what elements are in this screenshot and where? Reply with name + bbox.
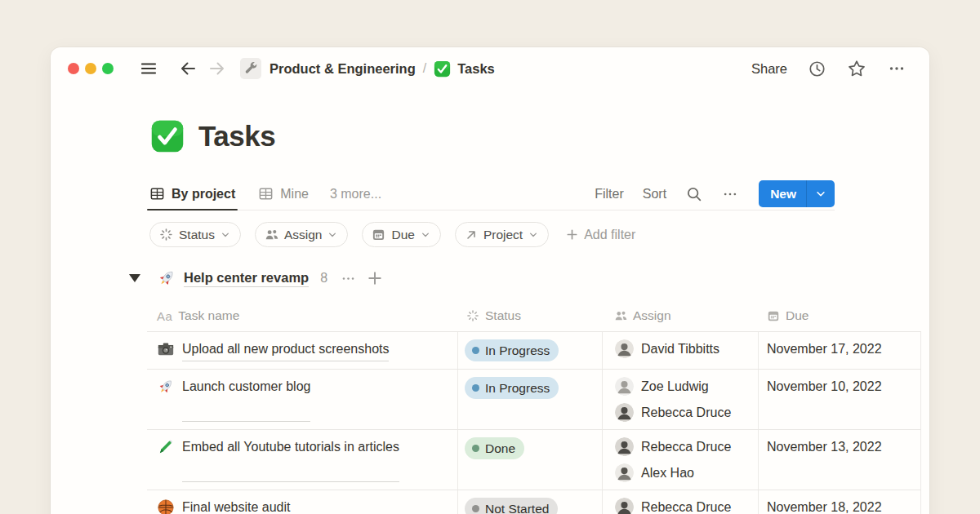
- rocket-emoji-icon: [157, 268, 176, 288]
- tab-by-project[interactable]: By project: [149, 178, 235, 210]
- avatar: [615, 498, 634, 514]
- filter-button[interactable]: Filter: [595, 187, 624, 202]
- forward-arrow-icon[interactable]: [207, 59, 227, 78]
- zoom-window-button[interactable]: [102, 63, 114, 74]
- view-tabs-bar: By project Mine 3 more... Filter Sort Ne…: [149, 178, 835, 210]
- table-header-row: Aa Task name Status Assign Due: [147, 300, 921, 332]
- sort-button[interactable]: Sort: [643, 187, 666, 202]
- assign-cell[interactable]: Rebecca Druce: [602, 490, 758, 514]
- assignee: Zoe Ludwig: [615, 377, 758, 396]
- avatar: [615, 437, 634, 456]
- table-view-icon: [258, 186, 274, 202]
- status-cell[interactable]: Not Started: [457, 490, 602, 514]
- column-header-assign[interactable]: Assign: [602, 308, 758, 323]
- plus-icon: [566, 228, 578, 241]
- assignee-name: Rebecca Druce: [641, 405, 731, 420]
- assign-cell[interactable]: David Tibbitts: [602, 332, 758, 369]
- due-cell[interactable]: November 17, 2022: [758, 332, 921, 369]
- task-name-link[interactable]: Final website audit: [182, 498, 291, 514]
- status-cell[interactable]: In Progress: [457, 370, 602, 429]
- task-name-link[interactable]: Launch customer blog: [182, 377, 310, 422]
- assignee: Rebecca Druce: [615, 437, 758, 456]
- task-name-cell[interactable]: Final website audit: [147, 490, 457, 514]
- page-header: Tasks: [150, 119, 275, 153]
- group-title-link[interactable]: Help center revamp: [184, 270, 309, 287]
- avatar: [615, 403, 634, 422]
- due-cell[interactable]: November 18, 2022 → November 20, 2022: [758, 490, 921, 514]
- status-badge: In Progress: [465, 339, 559, 361]
- column-label: Due: [786, 308, 808, 323]
- due-cell[interactable]: November 13, 2022: [758, 430, 921, 490]
- status-label: In Progress: [485, 381, 550, 396]
- column-label: Status: [485, 308, 521, 323]
- more-views-link[interactable]: 3 more...: [330, 187, 381, 202]
- more-options-icon[interactable]: [887, 59, 906, 78]
- chip-label: Assign: [284, 228, 323, 242]
- window-titlebar: Product & Engineering / Tasks Share: [51, 47, 929, 90]
- workspace-wrench-icon[interactable]: [240, 58, 261, 79]
- status-dot: [472, 384, 479, 392]
- view-options-ellipsis-icon[interactable]: [722, 186, 738, 202]
- collapse-triangle-icon[interactable]: [129, 274, 140, 282]
- assign-cell[interactable]: Rebecca Druce Alex Hao: [602, 430, 758, 490]
- task-name-cell[interactable]: Launch customer blog: [147, 370, 457, 429]
- text-property-icon: Aa: [157, 309, 172, 323]
- task-name-cell[interactable]: Upload all new product screenshots: [147, 332, 457, 369]
- avatar: [615, 377, 634, 396]
- page-title[interactable]: Tasks: [198, 120, 275, 153]
- filter-chip-assign[interactable]: Assign: [255, 222, 349, 247]
- filter-chips-bar: Status Assign Due Project Add filter: [149, 222, 635, 247]
- task-name-link[interactable]: Upload all new product screenshots: [182, 339, 389, 361]
- add-filter-button[interactable]: Add filter: [566, 228, 635, 242]
- filter-chip-due[interactable]: Due: [362, 222, 440, 247]
- basketball-emoji-icon: [157, 498, 175, 514]
- star-favorite-icon[interactable]: [847, 59, 866, 78]
- assignee-name: Zoe Ludwig: [641, 379, 709, 394]
- group-add-row-plus-icon[interactable]: [368, 271, 382, 286]
- filter-chip-status[interactable]: Status: [149, 222, 241, 247]
- check-emoji-icon: [434, 60, 451, 78]
- minimize-window-button[interactable]: [85, 63, 96, 74]
- sidebar-menu-icon[interactable]: [139, 59, 158, 78]
- table-row: Embed all Youtube tutorials in articles …: [147, 430, 921, 490]
- due-cell[interactable]: November 10, 2022: [758, 370, 921, 429]
- breadcrumb-page[interactable]: Tasks: [434, 60, 495, 78]
- filter-chip-project[interactable]: Project: [455, 222, 549, 247]
- status-label: In Progress: [485, 343, 550, 358]
- new-button[interactable]: New: [759, 180, 835, 207]
- status-cell[interactable]: In Progress: [457, 332, 602, 369]
- new-button-caret[interactable]: [807, 188, 835, 200]
- assign-cell[interactable]: Zoe Ludwig Rebecca Druce: [602, 370, 758, 429]
- people-icon: [265, 228, 278, 241]
- table-row: Upload all new product screenshots In Pr…: [147, 332, 921, 370]
- group-header: Help center revamp 8: [129, 268, 382, 288]
- status-burst-icon: [466, 309, 479, 322]
- task-name-link[interactable]: Embed all Youtube tutorials in articles: [182, 437, 399, 482]
- column-header-due[interactable]: Due: [758, 308, 921, 323]
- arrow-up-right-icon: [465, 228, 478, 241]
- chevron-down-icon: [528, 230, 538, 240]
- column-label: Task name: [178, 308, 239, 323]
- chevron-down-icon: [220, 230, 230, 240]
- chip-label: Project: [483, 228, 523, 242]
- group-options-ellipsis-icon[interactable]: [341, 271, 356, 286]
- page-check-emoji-icon[interactable]: [150, 119, 185, 153]
- close-window-button[interactable]: [68, 63, 79, 74]
- table-row: Launch customer blog In Progress Zoe Lud…: [147, 370, 921, 430]
- back-arrow-icon[interactable]: [178, 59, 198, 78]
- table-row: Final website audit Not Started Rebecca …: [147, 490, 921, 514]
- table-view-icon: [149, 186, 165, 202]
- app-window: Product & Engineering / Tasks Share Task…: [51, 47, 929, 514]
- chevron-down-icon: [327, 230, 337, 240]
- column-header-status[interactable]: Status: [457, 308, 602, 323]
- breadcrumb-workspace[interactable]: Product & Engineering: [270, 61, 416, 77]
- assignee-name: Alex Hao: [641, 466, 694, 481]
- tab-mine[interactable]: Mine: [258, 178, 309, 210]
- share-button[interactable]: Share: [751, 61, 787, 77]
- column-header-task-name[interactable]: Aa Task name: [147, 308, 457, 323]
- status-cell[interactable]: Done: [457, 430, 602, 490]
- clock-history-icon[interactable]: [808, 60, 826, 78]
- search-icon[interactable]: [685, 185, 703, 203]
- status-dot: [472, 445, 479, 452]
- task-name-cell[interactable]: Embed all Youtube tutorials in articles: [147, 430, 457, 490]
